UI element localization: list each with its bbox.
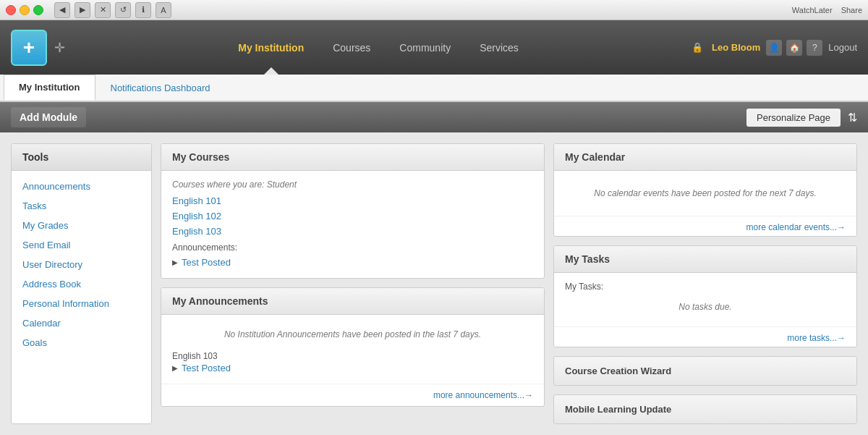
back-icon[interactable]: ◀	[54, 2, 70, 18]
tool-calendar[interactable]: Calendar	[12, 313, 151, 333]
course-creation-wizard-button[interactable]: Course Creation Wizard	[553, 356, 857, 386]
refresh-icon[interactable]: ↺	[115, 2, 131, 18]
lock-icon: 🔒	[692, 42, 703, 53]
tool-my-grades[interactable]: My Grades	[12, 216, 151, 235]
module-bar: Add Module Personalize Page ⇅	[0, 102, 868, 132]
stop-icon[interactable]: ✕	[95, 2, 111, 18]
tool-personal-information[interactable]: Personal Information	[12, 294, 151, 313]
home-icon[interactable]: 🏠	[786, 40, 802, 56]
ann-expand-arrow-icon: ▶	[172, 364, 178, 372]
add-button[interactable]: +	[11, 30, 47, 66]
middle-column: My Courses Courses where you are: Studen…	[161, 143, 545, 424]
sort-icon[interactable]: ⇅	[848, 111, 857, 124]
move-handle: ✛	[54, 40, 65, 56]
nav-courses[interactable]: Courses	[318, 20, 385, 75]
help-icon[interactable]: ?	[807, 40, 822, 56]
course-english-102[interactable]: English 102	[172, 211, 533, 221]
expand-arrow-icon: ▶	[172, 258, 178, 266]
maximize-button[interactable]	[33, 5, 43, 15]
my-courses-header: My Courses	[161, 144, 544, 171]
personalize-page-button[interactable]: Personalize Page	[746, 109, 841, 127]
tool-announcements[interactable]: Announcements	[12, 177, 151, 196]
right-column: My Calendar No calendar events have been…	[553, 143, 857, 424]
sub-tabs-bar: My Institution Notifications Dashboard	[0, 75, 868, 102]
my-announcements-header: My Announcements	[161, 288, 544, 315]
my-courses-body: Courses where you are: Student English 1…	[161, 171, 544, 278]
tool-goals[interactable]: Goals	[12, 333, 151, 352]
my-tasks-label: My Tasks:	[565, 282, 846, 292]
courses-subtitle: Courses where you are: Student	[172, 180, 533, 190]
username: Leo Bloom	[712, 42, 760, 53]
info-icon[interactable]: ℹ	[135, 2, 151, 18]
announcements-label: Announcements:	[172, 242, 533, 253]
logout-link[interactable]: Logout	[828, 42, 857, 53]
my-courses-card: My Courses Courses where you are: Studen…	[161, 143, 545, 279]
user-icon[interactable]: 👤	[766, 40, 782, 56]
tools-panel: Tools Announcements Tasks My Grades Send…	[11, 143, 152, 424]
text-icon[interactable]: A	[156, 2, 171, 18]
tab-notifications-dashboard[interactable]: Notifications Dashboard	[95, 75, 226, 101]
ann-test-posted-label: Test Posted	[182, 363, 231, 373]
test-posted-label: Test Posted	[182, 257, 231, 268]
minimize-button[interactable]	[20, 5, 30, 15]
no-announcements-text: No Institution Announcements have been p…	[172, 324, 533, 345]
main-nav: My Institution Courses Community Service…	[224, 20, 533, 75]
my-calendar-body: No calendar events have been posted for …	[554, 171, 856, 216]
tool-address-book[interactable]: Address Book	[12, 274, 151, 294]
my-tasks-card: My Tasks My Tasks: No tasks due. more ta…	[553, 245, 857, 347]
header: + ✛ My Institution Courses Community Ser…	[0, 20, 868, 75]
nav-my-institution[interactable]: My Institution	[224, 20, 318, 75]
announcements-test-posted[interactable]: ▶ Test Posted	[172, 361, 533, 375]
tool-tasks[interactable]: Tasks	[12, 196, 151, 216]
tools-list: Announcements Tasks My Grades Send Email…	[12, 171, 151, 358]
no-calendar-events: No calendar events have been posted for …	[565, 180, 846, 207]
header-user-area: 🔒 Leo Bloom 👤 🏠 ? Logout	[692, 40, 857, 56]
test-posted-item[interactable]: ▶ Test Posted	[172, 255, 533, 269]
watchlater-link[interactable]: WatchLater	[792, 6, 833, 14]
nav-community[interactable]: Community	[385, 20, 465, 75]
no-tasks-text: No tasks due.	[565, 296, 846, 318]
tool-send-email[interactable]: Send Email	[12, 235, 151, 255]
window-controls: ◀ ▶ ✕ ↺ ℹ A WatchLater Share	[0, 0, 868, 20]
share-link[interactable]: Share	[841, 6, 862, 14]
my-announcements-body: No Institution Announcements have been p…	[161, 315, 544, 384]
mobile-learning-update-button[interactable]: Mobile Learning Update	[553, 394, 857, 424]
my-announcements-card: My Announcements No Institution Announce…	[161, 287, 545, 407]
main-content: Tools Announcements Tasks My Grades Send…	[0, 132, 868, 435]
more-calendar-link[interactable]: more calendar events...→	[554, 216, 856, 237]
forward-icon[interactable]: ▶	[75, 2, 90, 18]
course-english-103[interactable]: English 103	[172, 226, 533, 237]
my-tasks-body: My Tasks: No tasks due.	[554, 273, 856, 326]
course-english-101[interactable]: English 101	[172, 195, 533, 206]
my-calendar-card: My Calendar No calendar events have been…	[553, 143, 857, 237]
my-tasks-header: My Tasks	[554, 246, 856, 273]
tools-header: Tools	[12, 144, 151, 171]
more-tasks-link[interactable]: more tasks...→	[554, 326, 856, 347]
my-calendar-header: My Calendar	[554, 144, 856, 171]
announcements-course-label: English 103	[172, 351, 533, 361]
more-announcements-link[interactable]: more announcements...→	[161, 384, 544, 406]
close-button[interactable]	[6, 5, 16, 15]
add-module-button[interactable]: Add Module	[11, 107, 86, 127]
nav-services[interactable]: Services	[465, 20, 533, 75]
tool-user-directory[interactable]: User Directory	[12, 255, 151, 274]
tab-my-institution[interactable]: My Institution	[4, 75, 95, 101]
